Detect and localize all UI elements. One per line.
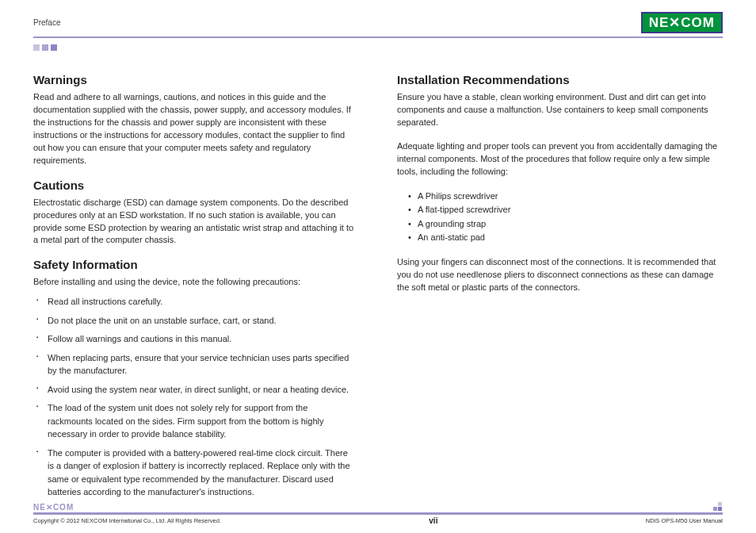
list-item: Read all instructions carefully. [48,295,359,309]
list-item: A grounding strap [418,217,723,232]
section-label: Preface [33,18,60,27]
header-divider [33,36,723,38]
install-p1: Ensure you have a stable, clean working … [397,91,723,129]
footer-logo: NE✕COM [33,503,74,512]
safety-list: Read all instructions carefully. Do not … [33,295,359,499]
tools-list: A Philips screwdriver A flat-tipped scre… [397,190,723,245]
install-p2: Adequate lighting and proper tools can p… [397,140,723,178]
svg-rect-0 [713,507,717,511]
install-heading: Installation Recommendations [397,73,723,86]
list-item: An anti-static pad [418,231,723,245]
left-column: Warnings Read and adhere to all warnings… [33,73,359,504]
install-p3: Using your fingers can disconnect most o… [397,256,723,294]
safety-heading: Safety Information [33,258,359,271]
square-icon [51,44,57,51]
list-item: A flat-tipped screwdriver [418,203,723,217]
list-item: When replacing parts, ensure that your s… [48,351,359,378]
svg-rect-2 [718,507,722,511]
decorative-squares [33,44,723,51]
svg-rect-1 [718,502,722,506]
doc-name: NDiS OPS-M50 User Manual [646,517,723,524]
list-item: Avoid using the system near water, in di… [48,383,359,397]
square-icon [42,44,48,51]
footer-bar: NE✕COM [33,502,723,515]
list-item: Do not place the unit on an unstable sur… [48,314,359,328]
warnings-body: Read and adhere to all warnings, caution… [33,91,359,167]
list-item: A Philips screwdriver [418,190,723,204]
copyright-text: Copyright © 2012 NEXCOM International Co… [33,517,221,524]
page-header: Preface NE✕COM [33,11,723,33]
square-icon [33,44,40,51]
list-item: Follow all warnings and cautions in this… [48,332,359,346]
list-item: The computer is provided with a battery-… [48,447,359,499]
list-item: The load of the system unit does not sol… [48,401,359,441]
brand-logo: NE✕COM [641,12,723,33]
cautions-heading: Cautions [33,178,359,192]
warnings-heading: Warnings [33,73,359,86]
content-columns: Warnings Read and adhere to all warnings… [33,73,723,504]
brand-logo-box: NE✕COM [641,12,723,33]
page: Preface NE✕COM Warnings Read and adhere … [0,0,756,533]
safety-intro: Before installing and using the device, … [33,276,359,289]
page-number: vii [429,516,437,525]
footer-corner-icon [713,502,723,512]
right-column: Installation Recommendations Ensure you … [397,73,723,504]
cautions-body: Electrostatic discharge (ESD) can damage… [33,197,359,247]
page-footer: NE✕COM Copyright © 2012 NEXCOM Internati… [33,502,723,525]
footer-meta-row: Copyright © 2012 NEXCOM International Co… [33,516,723,525]
